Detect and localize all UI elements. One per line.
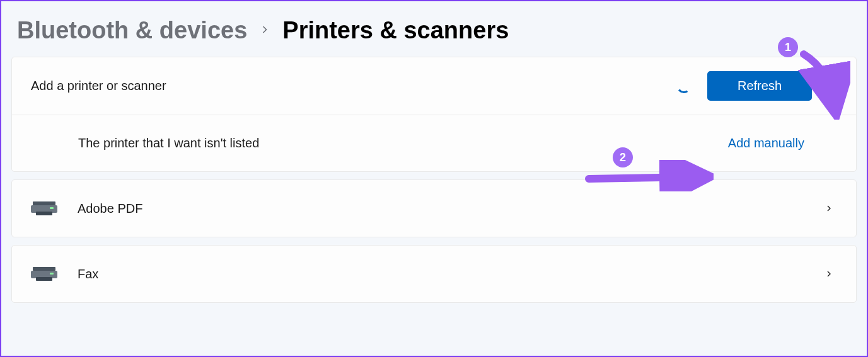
- printer-name: Fax: [78, 267, 821, 281]
- svg-rect-0: [33, 201, 55, 205]
- printer-name: Adobe PDF: [78, 201, 821, 216]
- add-printer-card: Add a printer or scanner Refresh The pri…: [11, 57, 857, 172]
- page-title: Printers & scanners: [282, 17, 509, 44]
- svg-rect-2: [36, 212, 52, 215]
- loading-spinner-icon: [676, 78, 692, 94]
- annotation-arrow-1: [794, 44, 850, 120]
- svg-rect-3: [50, 207, 54, 209]
- breadcrumb: Bluetooth & devices Printers & scanners: [1, 1, 867, 57]
- chevron-right-icon: [821, 266, 837, 282]
- printer-icon: [31, 200, 57, 217]
- add-printer-label: Add a printer or scanner: [31, 79, 677, 93]
- content-area: Add a printer or scanner Refresh The pri…: [1, 57, 867, 303]
- printer-item[interactable]: Fax: [11, 245, 857, 303]
- svg-rect-7: [50, 273, 54, 275]
- annotation-arrow-2: [581, 160, 714, 191]
- chevron-right-icon: [258, 22, 271, 40]
- svg-rect-6: [36, 277, 52, 281]
- printer-item[interactable]: Adobe PDF: [11, 179, 857, 237]
- printer-icon: [31, 266, 57, 282]
- chevron-right-icon: [821, 200, 837, 217]
- breadcrumb-parent-link[interactable]: Bluetooth & devices: [17, 17, 247, 44]
- not-listed-label: The printer that I want isn't listed: [78, 136, 728, 150]
- svg-rect-4: [33, 267, 55, 271]
- not-listed-row: The printer that I want isn't listed Add…: [12, 115, 856, 171]
- add-printer-row[interactable]: Add a printer or scanner Refresh: [12, 57, 856, 115]
- add-manually-link[interactable]: Add manually: [728, 136, 837, 150]
